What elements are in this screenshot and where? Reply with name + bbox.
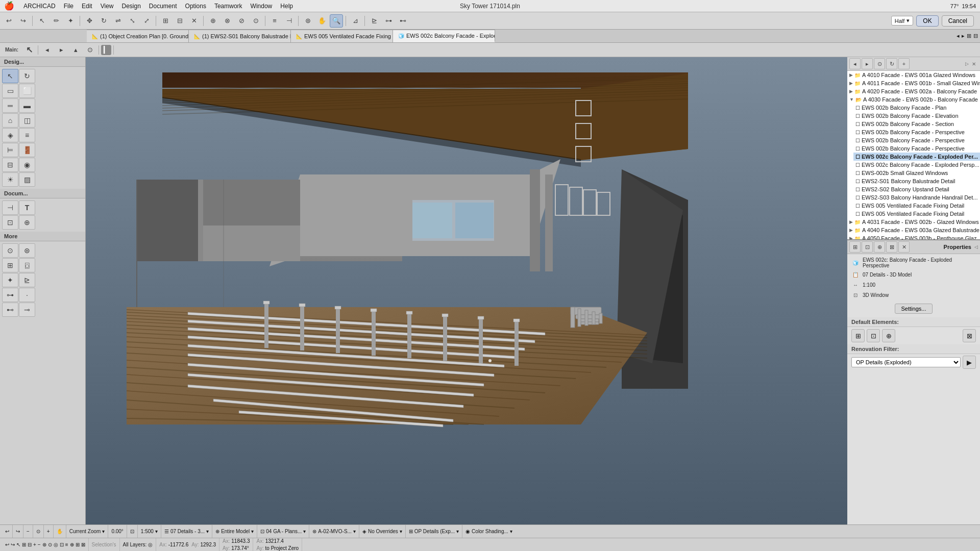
tool-walk[interactable]: ⊵ — [19, 273, 35, 287]
tool-schedule[interactable]: ⊷ — [2, 303, 18, 317]
3d-zoom-btn[interactable]: 🔍 — [330, 14, 343, 28]
status-view-label[interactable]: ⊡ 04 GA - Plans... ▾ — [257, 525, 309, 538]
up-btn[interactable]: ▴ — [69, 43, 82, 57]
magic-wand-btn[interactable]: ✦ — [64, 14, 77, 28]
fly2-btn[interactable]: ⊷ — [396, 14, 409, 28]
toolbox-toggle[interactable]: ▎ — [101, 45, 111, 55]
scale-btn[interactable]: ⤡ — [126, 14, 139, 28]
crop-btn[interactable]: ⊘ — [235, 14, 248, 28]
tool-lamp[interactable]: ☀ — [2, 172, 18, 187]
move-btn[interactable]: ✥ — [83, 14, 96, 28]
tool-rotate[interactable]: ↻ — [19, 69, 35, 83]
tool-stair[interactable]: ≡ — [19, 128, 35, 142]
tool-find[interactable]: ⊛ — [19, 243, 35, 258]
distribute-btn[interactable]: ⊣ — [282, 14, 296, 28]
trim-btn[interactable]: ⊗ — [220, 14, 234, 28]
status-zoom-fit[interactable]: ⊙ — [33, 525, 44, 538]
tool-door[interactable]: 🚪 — [19, 143, 35, 157]
prop-view-btn[interactable]: ⊡ — [862, 241, 873, 253]
tool-slab[interactable]: ▬ — [19, 98, 35, 113]
bb-tool-9[interactable]: ⊞ — [76, 542, 80, 547]
menu-design[interactable]: Design — [118, 2, 145, 11]
ungroup-btn[interactable]: ⊟ — [173, 14, 186, 28]
menu-edit[interactable]: Edit — [78, 2, 96, 11]
tree-item-n16[interactable]: ☐ EWS2-S03 Balcony Handrande Handrail De… — [853, 193, 980, 202]
expand-nav-arrow[interactable]: ▷ — [965, 61, 969, 66]
view-home[interactable]: ⊙ — [83, 43, 96, 57]
tool-text[interactable]: T — [19, 201, 35, 215]
tree-item-n3[interactable]: ▶ 📁 A 4020 Facade - EWS 002a - Balcony F… — [847, 87, 980, 95]
tool-object[interactable]: ◉ — [19, 158, 35, 172]
tree-item-n1[interactable]: ▶ 📁 A 4010 Facade - EWS 001a Glazed Wind… — [847, 71, 980, 79]
bb-tool-7[interactable]: ≡ — [65, 542, 68, 547]
mirror-btn[interactable]: ⇌ — [111, 14, 125, 28]
navigator-refresh-btn[interactable]: ↻ — [886, 58, 897, 69]
status-shading[interactable]: ◉ Color Shading... ▾ — [462, 525, 516, 538]
viewport[interactable] — [86, 57, 847, 524]
bb-arrow-tool[interactable]: ↖ — [16, 542, 20, 547]
pencil-btn[interactable]: ✏ — [50, 14, 63, 28]
view-arrow[interactable]: ↖ — [22, 43, 36, 57]
bb-tool-add[interactable]: + — [33, 542, 36, 547]
ok-button[interactable]: OK — [916, 15, 938, 27]
tree-item-n4[interactable]: ▼ 📂 A 4030 Facade - EWS 002b - Balcony F… — [847, 95, 980, 104]
align-btn[interactable]: ≡ — [268, 14, 281, 28]
renovation-edit-btn[interactable]: ▶ — [963, 356, 976, 369]
tree-item-n10[interactable]: ☐ EWS 002b Balcony Facade - Perspective — [853, 144, 980, 153]
tab-2[interactable]: 📐 (1) EWS2-S01 Balcony Balustrade Detail… — [189, 30, 291, 42]
tabs-grid-view[interactable]: ⊟ — [973, 33, 978, 39]
tabs-nav-right[interactable]: ▸ — [962, 33, 965, 39]
tool-zone[interactable]: ⊕ — [19, 215, 35, 230]
fwd-btn[interactable]: ▸ — [55, 43, 68, 57]
tabs-menu[interactable]: ⊞ — [967, 33, 971, 39]
walk-btn[interactable]: ⊵ — [368, 14, 381, 28]
fly-btn[interactable]: ⊶ — [382, 14, 395, 28]
eyedrop-btn[interactable]: ⊿ — [349, 14, 362, 28]
3d-pan-btn[interactable]: ✋ — [315, 14, 329, 28]
renovation-filter-select[interactable]: OP Details (Exploded) — [851, 357, 961, 367]
tab-1[interactable]: 📐 (1) Object Creation Plan [0. Ground Fl… — [87, 30, 189, 42]
tool-sun[interactable]: ✦ — [2, 273, 18, 287]
undo-btn[interactable]: ↩ — [2, 14, 15, 28]
bb-tool-3[interactable]: ⊛ — [42, 542, 46, 547]
tree-item-n5[interactable]: ☐ EWS 002b Balcony Facade - Plan — [853, 104, 980, 112]
split-btn[interactable]: ⊙ — [249, 14, 262, 28]
tree-item-n7[interactable]: ☐ EWS 002b Balcony Facade - Section — [853, 120, 980, 128]
menu-teamwork[interactable]: Teamwork — [210, 2, 247, 11]
tabs-nav-left[interactable]: ◂ — [957, 33, 960, 39]
bb-tool-2[interactable]: ↪ — [11, 542, 15, 547]
status-ref[interactable]: ⊛ A-02-MVO-S... ▾ — [309, 525, 359, 538]
tree-item-n15[interactable]: ☐ EWS2-S02 Balcony Upstand Detail — [853, 185, 980, 193]
tool-beam[interactable]: ═ — [2, 98, 18, 113]
elem-icon-3[interactable]: ⊕ — [882, 329, 895, 342]
intersect-btn[interactable]: ⊕ — [206, 14, 219, 28]
tool-grid[interactable]: ⊞ — [2, 258, 18, 272]
prop-settings-btn[interactable]: ⊞ — [849, 241, 861, 253]
navigator-home-btn[interactable]: ⊙ — [874, 58, 885, 69]
status-scale[interactable]: 1:500 ▾ — [138, 525, 161, 538]
bb-tool-8[interactable]: ⊕ — [70, 542, 74, 547]
navigator-tree[interactable]: ▶ 📁 A 4010 Facade - EWS 001a Glazed Wind… — [847, 71, 980, 239]
bb-layers[interactable]: All Layers: ◎ — [120, 538, 157, 551]
tree-item-n6[interactable]: ☐ EWS 002b Balcony Facade - Elevation — [853, 112, 980, 120]
tool-roof[interactable]: ⌂ — [2, 113, 18, 128]
prop-add-btn[interactable]: ⊕ — [874, 241, 885, 253]
3d-orbit-btn[interactable]: ⊛ — [301, 14, 314, 28]
status-pan[interactable]: ✋ — [54, 525, 66, 538]
status-zoom-out[interactable]: − — [23, 525, 33, 538]
status-zoom-dropdown[interactable]: Current Zoom ▾ — [66, 525, 109, 538]
status-zoom-in[interactable]: + — [44, 525, 54, 538]
tool-fill[interactable]: ▨ — [19, 172, 35, 187]
menu-view[interactable]: View — [96, 2, 118, 11]
tree-item-n2[interactable]: ▶ 📁 A 4011 Facade - EWS 001b - Small Gla… — [847, 79, 980, 87]
tree-item-n19[interactable]: ▶ 📁 A 4031 Facade - EWS 002b - Glazed Wi… — [847, 218, 980, 226]
elem-icon-1[interactable]: ⊞ — [851, 329, 865, 342]
delete-btn[interactable]: ✕ — [187, 14, 201, 28]
tool-column[interactable]: ⬜ — [19, 84, 35, 98]
bb-tool-10[interactable]: ⊠ — [81, 542, 85, 547]
tree-item-n9[interactable]: ☐ EWS 002b Balcony Facade - Perspective — [853, 136, 980, 144]
tool-pointcloud[interactable]: · — [19, 288, 35, 302]
tab-4[interactable]: 🧊 EWS 002c Balcony Facade - Exploded P..… — [393, 30, 495, 42]
navigator-back-btn[interactable]: ◂ — [849, 58, 861, 69]
elem-icon-4[interactable]: ⊠ — [963, 329, 976, 342]
